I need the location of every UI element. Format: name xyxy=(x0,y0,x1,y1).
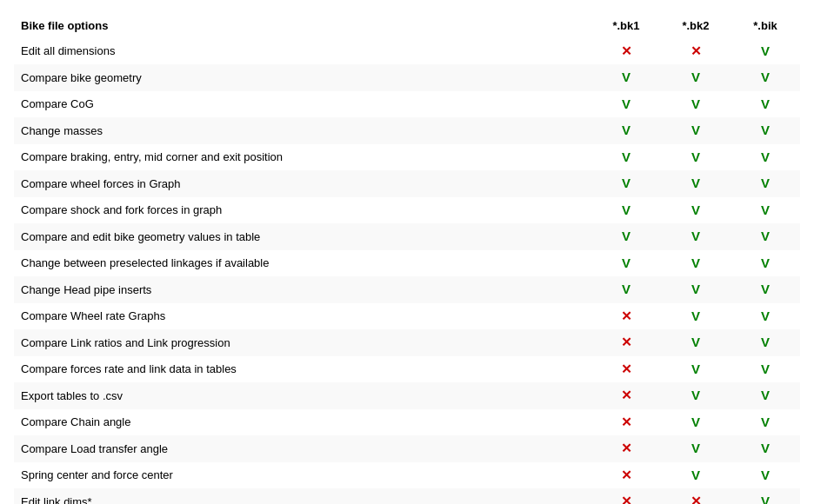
check-yes-icon: V xyxy=(761,255,770,270)
check-yes-icon: V xyxy=(622,282,631,296)
bik-value: V xyxy=(731,91,800,118)
check-yes-icon: V xyxy=(761,229,770,243)
check-yes-icon: V xyxy=(691,202,700,217)
check-yes-icon: V xyxy=(622,176,631,190)
table-row: Compare shock and fork forces in graphVV… xyxy=(14,197,800,224)
check-no-icon: ✕ xyxy=(621,388,632,402)
bk1-value: ✕ xyxy=(591,329,661,356)
check-yes-icon: V xyxy=(761,308,770,323)
check-no-icon: ✕ xyxy=(621,335,632,349)
table-row: Compare bike geometryVVV xyxy=(14,64,800,91)
check-yes-icon: V xyxy=(622,229,631,243)
table-row: Compare and edit bike geometry values in… xyxy=(14,223,800,250)
check-yes-icon: V xyxy=(761,149,770,164)
bik-header: *.bik xyxy=(731,14,800,38)
check-yes-icon: V xyxy=(761,361,770,376)
bk2-value: ✕ xyxy=(661,38,731,65)
check-yes-icon: V xyxy=(761,123,770,137)
bk1-value: V xyxy=(591,197,661,224)
feature-header: Bike file options xyxy=(14,14,591,38)
bik-value: V xyxy=(731,64,800,91)
check-yes-icon: V xyxy=(691,70,700,84)
feature-label: Compare bike geometry xyxy=(14,64,591,91)
bk2-value: V xyxy=(661,382,731,409)
table-row: Edit link dims*✕✕V xyxy=(14,488,800,504)
check-no-icon: ✕ xyxy=(691,494,702,504)
bk2-value: V xyxy=(661,356,731,383)
bk2-value: V xyxy=(661,64,731,91)
bk2-value: V xyxy=(661,91,731,118)
check-yes-icon: V xyxy=(691,255,700,270)
check-yes-icon: V xyxy=(622,96,631,111)
bik-value: V xyxy=(731,303,800,330)
bk1-value: V xyxy=(591,276,661,303)
bk1-value: V xyxy=(591,91,661,118)
feature-label: Compare wheel forces in Graph xyxy=(14,170,591,197)
bk1-value: ✕ xyxy=(591,462,661,489)
bik-value: V xyxy=(731,170,800,197)
check-no-icon: ✕ xyxy=(621,308,632,323)
check-yes-icon: V xyxy=(691,361,700,376)
bik-value: V xyxy=(731,382,800,409)
check-no-icon: ✕ xyxy=(621,494,632,504)
bk1-header: *.bk1 xyxy=(591,14,661,38)
bk2-value: V xyxy=(661,303,731,330)
check-yes-icon: V xyxy=(761,202,770,217)
check-no-icon: ✕ xyxy=(621,361,632,376)
bik-value: V xyxy=(731,223,800,250)
check-yes-icon: V xyxy=(691,96,700,111)
bk1-value: V xyxy=(591,64,661,91)
bk2-value: V xyxy=(661,144,731,171)
bk1-value: ✕ xyxy=(591,303,661,330)
check-yes-icon: V xyxy=(761,70,770,84)
bik-value: V xyxy=(731,409,800,436)
comparison-table: Bike file options *.bk1 *.bk2 *.bik Edit… xyxy=(14,14,800,504)
check-yes-icon: V xyxy=(761,282,770,296)
check-yes-icon: V xyxy=(691,282,700,296)
bk2-value: ✕ xyxy=(661,488,731,504)
check-yes-icon: V xyxy=(691,176,700,190)
table-row: Export tables to .csv✕VV xyxy=(14,382,800,409)
check-no-icon: ✕ xyxy=(621,414,632,429)
check-yes-icon: V xyxy=(622,123,631,137)
table-row: Compare braking, entry, mid corner and e… xyxy=(14,144,800,171)
check-yes-icon: V xyxy=(761,494,770,504)
feature-label: Export tables to .csv xyxy=(14,382,591,409)
table-row: Change Head pipe insertsVVV xyxy=(14,276,800,303)
check-yes-icon: V xyxy=(691,441,700,455)
table-row: Compare CoGVVV xyxy=(14,91,800,118)
check-no-icon: ✕ xyxy=(621,441,632,455)
bk1-value: ✕ xyxy=(591,409,661,436)
feature-label: Compare forces rate and link data in tab… xyxy=(14,356,591,383)
bik-value: V xyxy=(731,488,800,504)
bk2-value: V xyxy=(661,276,731,303)
bk2-value: V xyxy=(661,409,731,436)
feature-label: Edit link dims* xyxy=(14,488,591,504)
feature-label: Change Head pipe inserts xyxy=(14,276,591,303)
check-yes-icon: V xyxy=(691,335,700,349)
table-row: Edit all dimensions✕✕V xyxy=(14,38,800,65)
check-yes-icon: V xyxy=(622,70,631,84)
feature-label: Spring center and force center xyxy=(14,462,591,489)
bk1-value: V xyxy=(591,144,661,171)
bik-value: V xyxy=(731,356,800,383)
bk1-value: ✕ xyxy=(591,435,661,462)
check-yes-icon: V xyxy=(622,202,631,217)
check-yes-icon: V xyxy=(691,149,700,164)
check-yes-icon: V xyxy=(761,441,770,455)
check-no-icon: ✕ xyxy=(621,43,632,58)
bik-value: V xyxy=(731,144,800,171)
feature-label: Compare Load transfer angle xyxy=(14,435,591,462)
table-row: Spring center and force center✕VV xyxy=(14,462,800,489)
feature-label: Change masses xyxy=(14,117,591,144)
feature-label: Compare Chain angle xyxy=(14,409,591,436)
feature-label: Change between preselected linkages if a… xyxy=(14,250,591,277)
bk2-value: V xyxy=(661,170,731,197)
bk1-value: ✕ xyxy=(591,38,661,65)
bik-value: V xyxy=(731,329,800,356)
bk1-value: ✕ xyxy=(591,382,661,409)
table-row: Compare forces rate and link data in tab… xyxy=(14,356,800,383)
bk2-value: V xyxy=(661,223,731,250)
check-yes-icon: V xyxy=(761,96,770,111)
bik-value: V xyxy=(731,462,800,489)
